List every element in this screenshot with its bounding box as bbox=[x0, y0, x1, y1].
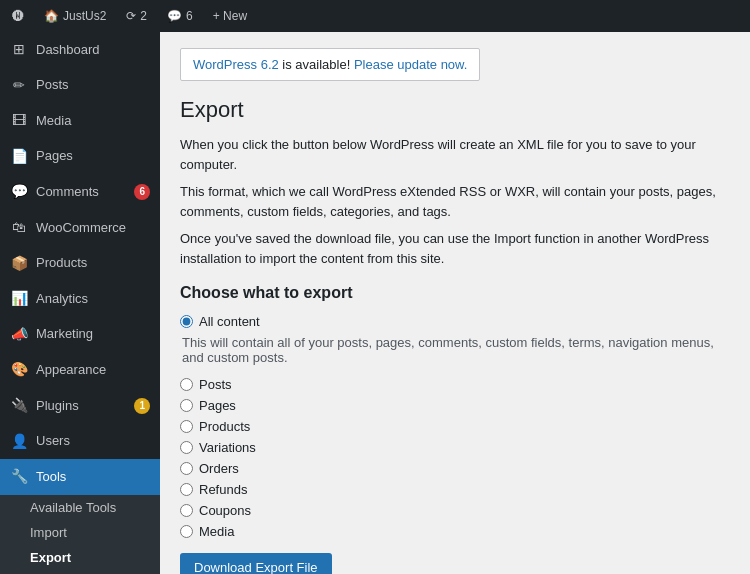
dashboard-icon: ⊞ bbox=[10, 40, 28, 60]
sidebar-item-dashboard[interactable]: ⊞ Dashboard bbox=[0, 32, 160, 68]
sidebar-item-marketing[interactable]: 📣 Marketing bbox=[0, 317, 160, 353]
radio-coupons-input[interactable] bbox=[180, 504, 193, 517]
sidebar-item-products[interactable]: 📦 Products bbox=[0, 246, 160, 282]
update-notice: WordPress 6.2 is available! Please updat… bbox=[180, 48, 480, 81]
radio-variations-input[interactable] bbox=[180, 441, 193, 454]
radio-media[interactable]: Media bbox=[180, 524, 730, 539]
media-icon: 🎞 bbox=[10, 111, 28, 131]
all-content-hint: This will contain all of your posts, pag… bbox=[182, 335, 730, 365]
sidebar-sub-available-tools[interactable]: Available Tools bbox=[0, 495, 160, 520]
sidebar-item-media[interactable]: 🎞 Media bbox=[0, 103, 160, 139]
analytics-icon: 📊 bbox=[10, 289, 28, 309]
updates-icon: ⟳ bbox=[126, 9, 136, 23]
sidebar-item-analytics[interactable]: 📊 Analytics bbox=[0, 281, 160, 317]
radio-orders[interactable]: Orders bbox=[180, 461, 730, 476]
appearance-icon: 🎨 bbox=[10, 360, 28, 380]
sidebar-item-comments[interactable]: 💬 Comments 6 bbox=[0, 174, 160, 210]
radio-orders-input[interactable] bbox=[180, 462, 193, 475]
pages-icon: 📄 bbox=[10, 147, 28, 167]
new-content[interactable]: + New bbox=[209, 9, 251, 23]
site-name[interactable]: 🏠 JustUs2 bbox=[40, 9, 110, 23]
section-heading: Choose what to export bbox=[180, 284, 730, 302]
radio-products[interactable]: Products bbox=[180, 419, 730, 434]
comments-icon: 💬 bbox=[10, 182, 28, 202]
sidebar: ⊞ Dashboard ✏ Posts 🎞 Media 📄 Pages 💬 Co… bbox=[0, 32, 160, 574]
radio-products-input[interactable] bbox=[180, 420, 193, 433]
sidebar-item-posts[interactable]: ✏ Posts bbox=[0, 68, 160, 104]
sidebar-item-tools[interactable]: 🔧 Tools bbox=[0, 459, 160, 495]
main-layout: ⊞ Dashboard ✏ Posts 🎞 Media 📄 Pages 💬 Co… bbox=[0, 32, 750, 574]
users-icon: 👤 bbox=[10, 432, 28, 452]
sidebar-sub-import[interactable]: Import bbox=[0, 520, 160, 545]
sidebar-item-woocommerce[interactable]: 🛍 WooCommerce bbox=[0, 210, 160, 246]
page-title: Export bbox=[180, 97, 730, 123]
tools-submenu: Available Tools Import Export Site Healt… bbox=[0, 495, 160, 574]
tools-icon: 🔧 bbox=[10, 467, 28, 487]
description-1: When you click the button below WordPres… bbox=[180, 135, 730, 174]
radio-refunds[interactable]: Refunds bbox=[180, 482, 730, 497]
radio-refunds-input[interactable] bbox=[180, 483, 193, 496]
sidebar-item-users[interactable]: 👤 Users bbox=[0, 424, 160, 460]
products-icon: 📦 bbox=[10, 254, 28, 274]
plugins-icon: 🔌 bbox=[10, 396, 28, 416]
radio-media-input[interactable] bbox=[180, 525, 193, 538]
download-export-button[interactable]: Download Export File bbox=[180, 553, 332, 574]
description-3: Once you've saved the download file, you… bbox=[180, 229, 730, 268]
radio-variations[interactable]: Variations bbox=[180, 440, 730, 455]
sidebar-item-appearance[interactable]: 🎨 Appearance bbox=[0, 352, 160, 388]
comments-bar[interactable]: 💬 6 bbox=[163, 9, 197, 23]
marketing-icon: 📣 bbox=[10, 325, 28, 345]
wp-icon: 🅦 bbox=[12, 9, 24, 23]
sidebar-item-pages[interactable]: 📄 Pages bbox=[0, 139, 160, 175]
radio-pages-input[interactable] bbox=[180, 399, 193, 412]
updates[interactable]: ⟳ 2 bbox=[122, 9, 151, 23]
radio-all-content[interactable]: All content bbox=[180, 314, 730, 329]
plugins-badge: 1 bbox=[134, 398, 150, 414]
radio-posts[interactable]: Posts bbox=[180, 377, 730, 392]
wp-logo[interactable]: 🅦 bbox=[8, 9, 28, 23]
home-icon: 🏠 bbox=[44, 9, 59, 23]
update-now-link[interactable]: Please update now. bbox=[354, 57, 467, 72]
admin-bar: 🅦 🏠 JustUs2 ⟳ 2 💬 6 + New bbox=[0, 0, 750, 32]
radio-all-content-input[interactable] bbox=[180, 315, 193, 328]
comment-icon: 💬 bbox=[167, 9, 182, 23]
sidebar-item-plugins[interactable]: 🔌 Plugins 1 bbox=[0, 388, 160, 424]
sidebar-sub-site-health[interactable]: Site Health bbox=[0, 570, 160, 574]
comments-badge: 6 bbox=[134, 184, 150, 200]
content-area: WordPress 6.2 is available! Please updat… bbox=[160, 32, 750, 574]
wordpress-version-link[interactable]: WordPress 6.2 bbox=[193, 57, 279, 72]
woocommerce-icon: 🛍 bbox=[10, 218, 28, 238]
sidebar-sub-export[interactable]: Export bbox=[0, 545, 160, 570]
radio-pages[interactable]: Pages bbox=[180, 398, 730, 413]
radio-posts-input[interactable] bbox=[180, 378, 193, 391]
description-2: This format, which we call WordPress eXt… bbox=[180, 182, 730, 221]
radio-coupons[interactable]: Coupons bbox=[180, 503, 730, 518]
posts-icon: ✏ bbox=[10, 76, 28, 96]
